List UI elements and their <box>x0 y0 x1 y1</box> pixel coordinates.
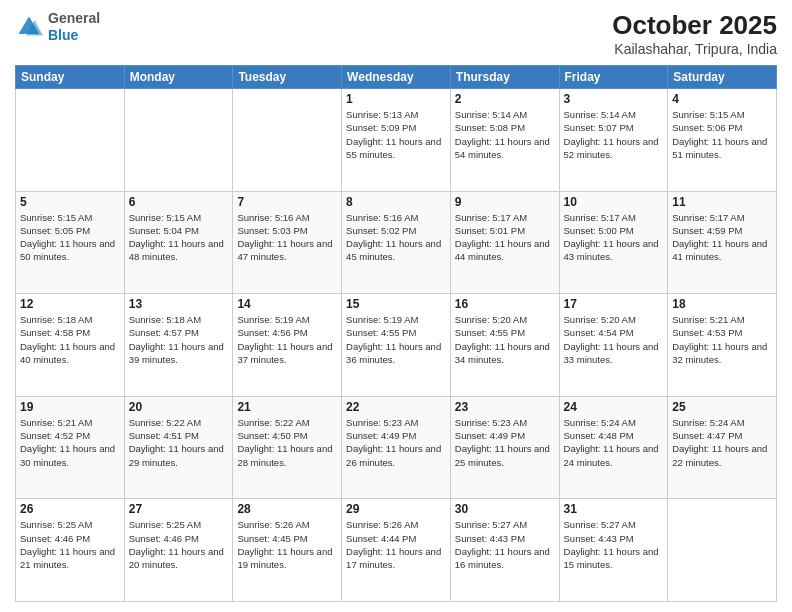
calendar-cell: 23 Sunrise: 5:23 AM Sunset: 4:49 PM Dayl… <box>450 396 559 499</box>
daylight: Daylight: 11 hours and 24 minutes. <box>564 443 659 467</box>
logo-general: General <box>48 10 100 26</box>
day-info: Sunrise: 5:18 AM Sunset: 4:57 PM Dayligh… <box>129 313 229 366</box>
sunset: Sunset: 4:47 PM <box>672 430 742 441</box>
day-number: 14 <box>237 297 337 311</box>
calendar-cell <box>668 499 777 602</box>
sunrise: Sunrise: 5:18 AM <box>20 314 92 325</box>
sunset: Sunset: 4:59 PM <box>672 225 742 236</box>
sunrise: Sunrise: 5:23 AM <box>455 417 527 428</box>
daylight: Daylight: 11 hours and 30 minutes. <box>20 443 115 467</box>
calendar-cell <box>233 89 342 192</box>
day-number: 25 <box>672 400 772 414</box>
sunset: Sunset: 5:06 PM <box>672 122 742 133</box>
calendar-week-row: 12 Sunrise: 5:18 AM Sunset: 4:58 PM Dayl… <box>16 294 777 397</box>
calendar-cell: 25 Sunrise: 5:24 AM Sunset: 4:47 PM Dayl… <box>668 396 777 499</box>
header-monday: Monday <box>124 66 233 89</box>
sunrise: Sunrise: 5:15 AM <box>129 212 201 223</box>
day-number: 30 <box>455 502 555 516</box>
sunrise: Sunrise: 5:18 AM <box>129 314 201 325</box>
sunset: Sunset: 4:54 PM <box>564 327 634 338</box>
daylight: Daylight: 11 hours and 22 minutes. <box>672 443 767 467</box>
daylight: Daylight: 11 hours and 43 minutes. <box>564 238 659 262</box>
calendar-week-row: 1 Sunrise: 5:13 AM Sunset: 5:09 PM Dayli… <box>16 89 777 192</box>
weekday-header-row: Sunday Monday Tuesday Wednesday Thursday… <box>16 66 777 89</box>
sunset: Sunset: 4:43 PM <box>455 533 525 544</box>
sunrise: Sunrise: 5:19 AM <box>346 314 418 325</box>
calendar-cell: 1 Sunrise: 5:13 AM Sunset: 5:09 PM Dayli… <box>342 89 451 192</box>
calendar-cell: 12 Sunrise: 5:18 AM Sunset: 4:58 PM Dayl… <box>16 294 125 397</box>
sunrise: Sunrise: 5:20 AM <box>564 314 636 325</box>
calendar-cell: 26 Sunrise: 5:25 AM Sunset: 4:46 PM Dayl… <box>16 499 125 602</box>
daylight: Daylight: 11 hours and 20 minutes. <box>129 546 224 570</box>
daylight: Daylight: 11 hours and 19 minutes. <box>237 546 332 570</box>
day-number: 5 <box>20 195 120 209</box>
daylight: Daylight: 11 hours and 36 minutes. <box>346 341 441 365</box>
day-number: 6 <box>129 195 229 209</box>
sunset: Sunset: 4:50 PM <box>237 430 307 441</box>
daylight: Daylight: 11 hours and 48 minutes. <box>129 238 224 262</box>
sunrise: Sunrise: 5:13 AM <box>346 109 418 120</box>
calendar-cell: 28 Sunrise: 5:26 AM Sunset: 4:45 PM Dayl… <box>233 499 342 602</box>
daylight: Daylight: 11 hours and 25 minutes. <box>455 443 550 467</box>
calendar-cell: 15 Sunrise: 5:19 AM Sunset: 4:55 PM Dayl… <box>342 294 451 397</box>
sunset: Sunset: 4:48 PM <box>564 430 634 441</box>
day-info: Sunrise: 5:16 AM Sunset: 5:03 PM Dayligh… <box>237 211 337 264</box>
sunrise: Sunrise: 5:15 AM <box>672 109 744 120</box>
sunrise: Sunrise: 5:22 AM <box>129 417 201 428</box>
day-number: 8 <box>346 195 446 209</box>
daylight: Daylight: 11 hours and 32 minutes. <box>672 341 767 365</box>
day-number: 9 <box>455 195 555 209</box>
sunset: Sunset: 4:57 PM <box>129 327 199 338</box>
day-number: 4 <box>672 92 772 106</box>
daylight: Daylight: 11 hours and 21 minutes. <box>20 546 115 570</box>
daylight: Daylight: 11 hours and 41 minutes. <box>672 238 767 262</box>
calendar-cell: 4 Sunrise: 5:15 AM Sunset: 5:06 PM Dayli… <box>668 89 777 192</box>
sunrise: Sunrise: 5:23 AM <box>346 417 418 428</box>
calendar-week-row: 5 Sunrise: 5:15 AM Sunset: 5:05 PM Dayli… <box>16 191 777 294</box>
day-number: 23 <box>455 400 555 414</box>
day-info: Sunrise: 5:17 AM Sunset: 4:59 PM Dayligh… <box>672 211 772 264</box>
calendar-cell: 19 Sunrise: 5:21 AM Sunset: 4:52 PM Dayl… <box>16 396 125 499</box>
daylight: Daylight: 11 hours and 33 minutes. <box>564 341 659 365</box>
calendar-cell: 3 Sunrise: 5:14 AM Sunset: 5:07 PM Dayli… <box>559 89 668 192</box>
sunrise: Sunrise: 5:14 AM <box>564 109 636 120</box>
sunrise: Sunrise: 5:17 AM <box>672 212 744 223</box>
logo-text: General Blue <box>48 10 100 44</box>
sunset: Sunset: 5:09 PM <box>346 122 416 133</box>
calendar-cell <box>124 89 233 192</box>
daylight: Daylight: 11 hours and 51 minutes. <box>672 136 767 160</box>
sunset: Sunset: 5:03 PM <box>237 225 307 236</box>
day-number: 21 <box>237 400 337 414</box>
day-info: Sunrise: 5:25 AM Sunset: 4:46 PM Dayligh… <box>129 518 229 571</box>
calendar-cell: 8 Sunrise: 5:16 AM Sunset: 5:02 PM Dayli… <box>342 191 451 294</box>
day-info: Sunrise: 5:23 AM Sunset: 4:49 PM Dayligh… <box>455 416 555 469</box>
day-number: 31 <box>564 502 664 516</box>
calendar-cell: 14 Sunrise: 5:19 AM Sunset: 4:56 PM Dayl… <box>233 294 342 397</box>
daylight: Daylight: 11 hours and 29 minutes. <box>129 443 224 467</box>
day-info: Sunrise: 5:14 AM Sunset: 5:08 PM Dayligh… <box>455 108 555 161</box>
calendar-cell: 20 Sunrise: 5:22 AM Sunset: 4:51 PM Dayl… <box>124 396 233 499</box>
sunrise: Sunrise: 5:25 AM <box>129 519 201 530</box>
sunset: Sunset: 4:53 PM <box>672 327 742 338</box>
sunrise: Sunrise: 5:16 AM <box>346 212 418 223</box>
calendar-cell: 5 Sunrise: 5:15 AM Sunset: 5:05 PM Dayli… <box>16 191 125 294</box>
sunset: Sunset: 4:49 PM <box>346 430 416 441</box>
sunset: Sunset: 5:05 PM <box>20 225 90 236</box>
sunrise: Sunrise: 5:27 AM <box>455 519 527 530</box>
header-sunday: Sunday <box>16 66 125 89</box>
calendar-cell: 21 Sunrise: 5:22 AM Sunset: 4:50 PM Dayl… <box>233 396 342 499</box>
day-info: Sunrise: 5:20 AM Sunset: 4:55 PM Dayligh… <box>455 313 555 366</box>
sunset: Sunset: 4:46 PM <box>129 533 199 544</box>
daylight: Daylight: 11 hours and 26 minutes. <box>346 443 441 467</box>
sunrise: Sunrise: 5:25 AM <box>20 519 92 530</box>
daylight: Daylight: 11 hours and 15 minutes. <box>564 546 659 570</box>
sunset: Sunset: 4:44 PM <box>346 533 416 544</box>
sunset: Sunset: 4:52 PM <box>20 430 90 441</box>
daylight: Daylight: 11 hours and 28 minutes. <box>237 443 332 467</box>
day-number: 22 <box>346 400 446 414</box>
calendar-cell: 9 Sunrise: 5:17 AM Sunset: 5:01 PM Dayli… <box>450 191 559 294</box>
sunset: Sunset: 4:55 PM <box>346 327 416 338</box>
daylight: Daylight: 11 hours and 17 minutes. <box>346 546 441 570</box>
calendar-cell: 13 Sunrise: 5:18 AM Sunset: 4:57 PM Dayl… <box>124 294 233 397</box>
daylight: Daylight: 11 hours and 39 minutes. <box>129 341 224 365</box>
